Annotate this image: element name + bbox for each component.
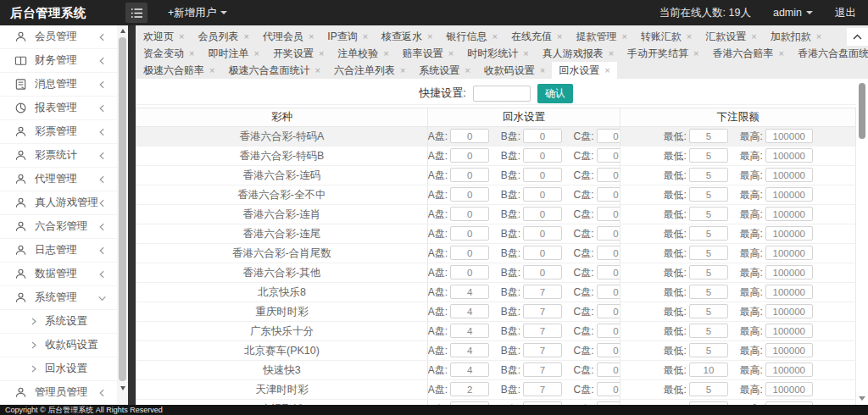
tab[interactable]: 汇款设置 ×: [698, 28, 763, 45]
tab-close-icon[interactable]: ×: [427, 32, 432, 42]
min-input[interactable]: [689, 265, 728, 279]
c-pan-input[interactable]: [597, 187, 620, 202]
tab[interactable]: 收款码设置 ×: [477, 62, 552, 79]
new-user-dropdown[interactable]: +新增用户: [168, 6, 227, 20]
min-input[interactable]: [689, 207, 728, 221]
tab[interactable]: 核查返水 ×: [375, 28, 439, 45]
confirm-button[interactable]: 确认: [537, 84, 573, 103]
b-pan-input[interactable]: [523, 207, 562, 221]
sidebar-item[interactable]: 财务管理: [0, 49, 117, 73]
tab[interactable]: 转账汇款 ×: [634, 28, 698, 45]
tab-close-icon[interactable]: ×: [209, 66, 214, 75]
tab[interactable]: 欢迎页 ×: [136, 28, 191, 45]
min-input[interactable]: [689, 324, 728, 338]
min-input[interactable]: [689, 362, 728, 377]
min-input[interactable]: [689, 129, 728, 143]
a-pan-input[interactable]: [450, 304, 489, 318]
a-pan-input[interactable]: [450, 148, 489, 163]
tab-close-icon[interactable]: ×: [687, 32, 692, 42]
max-input[interactable]: [765, 382, 813, 396]
tab[interactable]: 会员列表 ×: [191, 28, 255, 45]
tab[interactable]: 回水设置 ×: [552, 62, 616, 79]
a-pan-input[interactable]: [450, 226, 489, 241]
max-input[interactable]: [765, 401, 813, 405]
scroll-down-icon[interactable]: [859, 396, 865, 401]
tab-close-icon[interactable]: ×: [383, 49, 388, 58]
tab-close-icon[interactable]: ×: [621, 32, 626, 42]
tab[interactable]: 赔率设置 ×: [396, 45, 460, 62]
tab[interactable]: 极速六合盘面统计 ×: [221, 62, 326, 79]
tab[interactable]: IP查询 ×: [320, 28, 375, 45]
a-pan-input[interactable]: [450, 382, 489, 396]
sidebar-item[interactable]: 日志管理: [0, 239, 117, 263]
sidebar-subitem[interactable]: 系统设置: [0, 310, 117, 334]
tabbar-collapse-button[interactable]: [847, 28, 868, 46]
quick-setting-input[interactable]: [473, 86, 531, 102]
a-pan-input[interactable]: [450, 285, 489, 299]
c-pan-input[interactable]: [597, 246, 620, 260]
sidebar-item[interactable]: 六合彩管理: [0, 215, 117, 239]
scroll-up-button[interactable]: [117, 25, 128, 36]
tab[interactable]: 系统设置 ×: [412, 62, 476, 79]
b-pan-input[interactable]: [523, 382, 562, 396]
max-input[interactable]: [765, 187, 813, 202]
tab-close-icon[interactable]: ×: [189, 49, 194, 58]
c-pan-input[interactable]: [597, 207, 620, 221]
sidebar-item[interactable]: 系统管理: [0, 286, 117, 310]
admin-dropdown[interactable]: admin: [773, 7, 813, 19]
tab[interactable]: 在线充值 ×: [504, 28, 569, 45]
min-input[interactable]: [689, 304, 728, 318]
max-input[interactable]: [765, 226, 813, 241]
b-pan-input[interactable]: [523, 343, 562, 357]
c-pan-input[interactable]: [597, 226, 620, 241]
tab-close-icon[interactable]: ×: [465, 66, 470, 75]
c-pan-input[interactable]: [597, 343, 620, 357]
tab-close-icon[interactable]: ×: [540, 66, 545, 75]
menu-toggle-button[interactable]: [125, 3, 147, 23]
b-pan-input[interactable]: [523, 285, 562, 299]
sidebar-item[interactable]: 管理员管理: [0, 381, 117, 405]
sidebar-item[interactable]: 会员管理: [0, 25, 117, 49]
tab[interactable]: 银行信息 ×: [440, 28, 504, 45]
b-pan-input[interactable]: [523, 324, 562, 338]
c-pan-input[interactable]: [597, 362, 620, 377]
a-pan-input[interactable]: [450, 343, 489, 357]
b-pan-input[interactable]: [523, 246, 562, 260]
a-pan-input[interactable]: [450, 401, 489, 405]
tab-close-icon[interactable]: ×: [309, 32, 314, 42]
sidebar-item[interactable]: 数据管理: [0, 263, 117, 286]
tab[interactable]: 加款扣款 ×: [764, 28, 828, 45]
c-pan-input[interactable]: [597, 148, 620, 163]
tab-close-icon[interactable]: ×: [400, 66, 405, 75]
tab[interactable]: 六合注单列表 ×: [327, 62, 412, 79]
b-pan-input[interactable]: [523, 129, 562, 143]
sidebar-item[interactable]: 报表管理: [0, 97, 117, 120]
a-pan-input[interactable]: [450, 168, 489, 182]
tab-close-icon[interactable]: ×: [492, 32, 498, 42]
a-pan-input[interactable]: [450, 324, 489, 338]
max-input[interactable]: [765, 168, 813, 182]
tab[interactable]: 香港六合赔率 ×: [706, 45, 791, 62]
tab[interactable]: 真人游戏报表 ×: [536, 45, 620, 62]
tab[interactable]: 开奖设置 ×: [266, 45, 331, 62]
b-pan-input[interactable]: [523, 401, 562, 405]
max-input[interactable]: [765, 129, 813, 143]
tab-close-icon[interactable]: ×: [779, 49, 784, 58]
a-pan-input[interactable]: [450, 362, 489, 377]
c-pan-input[interactable]: [597, 285, 620, 299]
tab-close-icon[interactable]: ×: [314, 66, 320, 75]
b-pan-input[interactable]: [523, 265, 562, 279]
tab[interactable]: 资金变动 ×: [136, 45, 201, 62]
a-pan-input[interactable]: [450, 187, 489, 202]
a-pan-input[interactable]: [450, 265, 489, 279]
b-pan-input[interactable]: [523, 168, 562, 182]
sidebar-subitem[interactable]: 收款码设置: [0, 334, 117, 357]
tab[interactable]: 香港六合盘面统计 ×: [791, 45, 868, 62]
tab-close-icon[interactable]: ×: [448, 49, 453, 58]
sidebar-item[interactable]: 消息管理: [0, 73, 117, 97]
max-input[interactable]: [765, 343, 813, 357]
content-scroll-thumb[interactable]: [859, 83, 865, 139]
max-input[interactable]: [765, 148, 813, 163]
max-input[interactable]: [765, 362, 813, 377]
min-input[interactable]: [689, 382, 728, 396]
